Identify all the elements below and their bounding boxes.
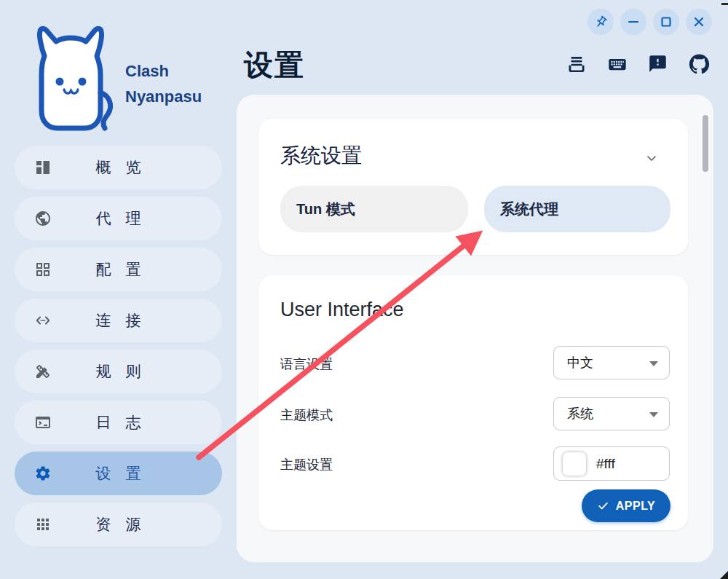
sidebar-item-logs[interactable]: 日 志 [15, 401, 222, 444]
sidebar-item-label: 设 置 [15, 463, 222, 484]
check-icon [597, 500, 609, 512]
language-select-value: 中文 [567, 354, 593, 371]
screen-edge-artifact [721, 3, 728, 5]
close-icon [692, 15, 705, 28]
feedback-icon [648, 54, 668, 74]
language-select[interactable]: 中文 [553, 346, 670, 379]
language-setting-label: 语言设置 [280, 355, 333, 373]
minimize-icon [627, 15, 640, 28]
sidebar-item-label: 概 览 [15, 157, 222, 178]
sidebar-item-label: 配 置 [15, 259, 222, 280]
sidebar-item-label: 代 理 [15, 208, 222, 229]
app-title: Clash Nyanpasu [125, 58, 202, 109]
sidebar-item-connections[interactable]: 连 接 [15, 299, 222, 342]
pin-icon [594, 15, 608, 29]
theme-color-value: #fff [596, 456, 615, 472]
tun-mode-button[interactable]: Tun 模式 [280, 186, 468, 232]
clash-nyanpasu-window: { "window": { "controls": { "pin": "pin"… [0, 0, 728, 579]
sidebar-item-label: 规 则 [15, 361, 222, 382]
sidebar-item-label: 日 志 [15, 412, 222, 433]
dropdown-arrow-icon [649, 361, 658, 366]
theme-mode-select[interactable]: 系统 [553, 397, 670, 430]
theme-setting-label: 主题设置 [280, 456, 333, 473]
settings-content-panel: 系统设置 Tun 模式 系统代理 User Interface 语言设置 中文 … [237, 95, 713, 562]
sidebar-item-providers[interactable]: 资 源 [15, 503, 222, 546]
apply-button[interactable]: APPLY [582, 489, 670, 522]
minimize-button[interactable] [620, 9, 646, 35]
sidebar-item-profiles[interactable]: 配 置 [15, 248, 222, 291]
window-controls [587, 9, 712, 35]
sidebar-item-proxies[interactable]: 代 理 [15, 197, 222, 240]
system-settings-card: 系统设置 Tun 模式 系统代理 [258, 119, 688, 255]
theme-color-field[interactable]: #fff [553, 446, 670, 481]
theme-mode-select-value: 系统 [567, 405, 593, 422]
user-interface-title: User Interface [280, 299, 404, 321]
color-swatch[interactable] [563, 452, 586, 476]
chevron-down-icon [643, 149, 660, 167]
user-interface-card: User Interface 语言设置 中文 主题模式 系统 主题设置 #fff… [258, 275, 688, 530]
maximize-icon [660, 15, 673, 28]
keyboard-icon [607, 54, 628, 74]
github-icon [689, 54, 710, 75]
tray-lines-icon [566, 54, 587, 74]
window-resize-grip[interactable] [720, 571, 728, 579]
app-title-line2: Nyanpasu [125, 84, 202, 109]
system-settings-title: 系统设置 [280, 142, 362, 170]
dropdown-arrow-icon [649, 412, 658, 417]
pin-window-button[interactable] [587, 9, 614, 35]
header-toolbar [566, 54, 709, 74]
scrollbar-thumb[interactable] [703, 115, 708, 172]
app-title-line1: Clash [125, 58, 202, 84]
cat-eye [79, 78, 87, 86]
nyanpasu-cat-logo [22, 24, 118, 133]
system-proxy-button[interactable]: 系统代理 [484, 186, 670, 232]
cat-eye [56, 78, 64, 86]
page-title: 设置 [244, 45, 305, 85]
apply-button-label: APPLY [616, 500, 655, 513]
feedback-button[interactable] [648, 54, 668, 74]
sidebar: 概 览 代 理 配 置 连 接 规 则 日 志 设 置 [15, 146, 222, 554]
collapse-card-button[interactable] [643, 149, 660, 167]
sidebar-item-overview[interactable]: 概 览 [15, 146, 222, 189]
maximize-button[interactable] [653, 9, 679, 35]
close-button[interactable] [686, 9, 712, 35]
sidebar-item-settings[interactable]: 设 置 [15, 452, 222, 495]
lightweight-mode-button[interactable] [566, 54, 587, 74]
hotkeys-button[interactable] [607, 54, 628, 74]
theme-mode-label: 主题模式 [280, 406, 333, 424]
sidebar-item-rules[interactable]: 规 则 [15, 350, 222, 393]
github-button[interactable] [689, 54, 709, 74]
sidebar-item-label: 连 接 [15, 310, 222, 331]
sidebar-item-label: 资 源 [15, 514, 222, 535]
